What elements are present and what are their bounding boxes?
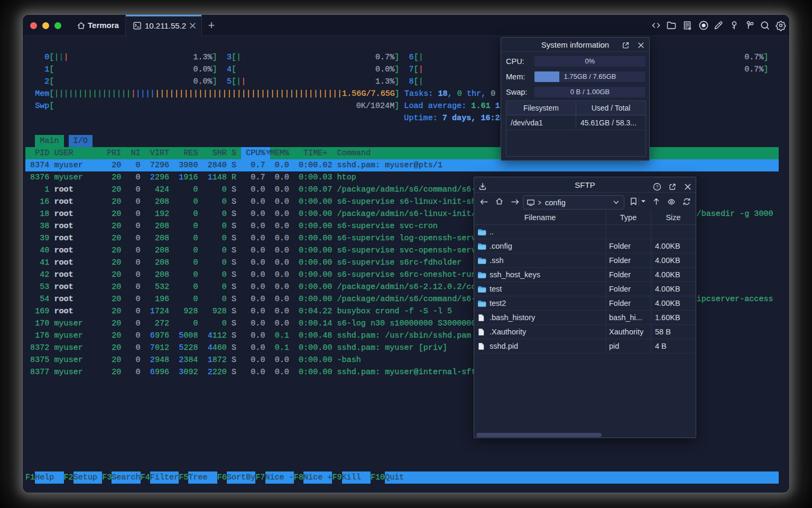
svg-text:?: ? (656, 184, 659, 189)
